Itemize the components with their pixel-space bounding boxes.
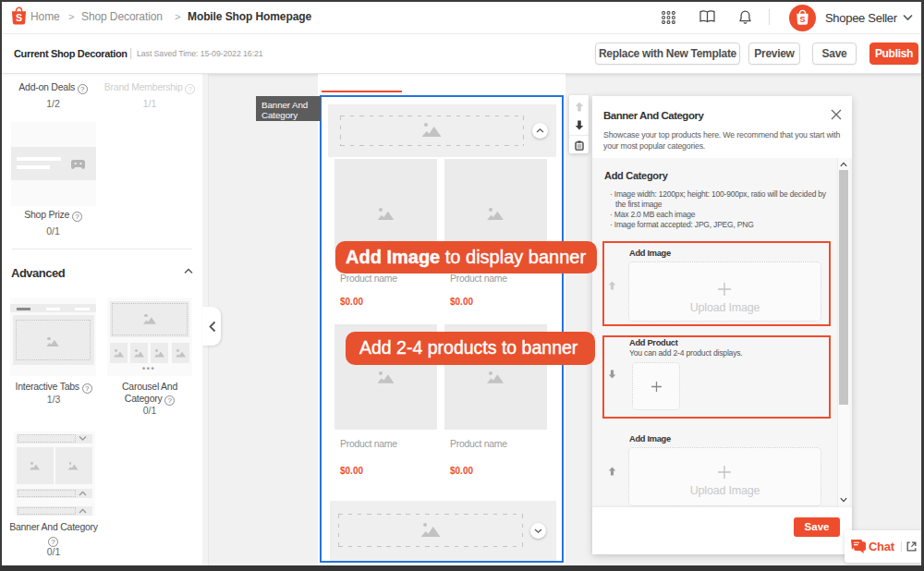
svg-text:S: S xyxy=(799,15,805,24)
svg-text:S: S xyxy=(16,12,22,23)
